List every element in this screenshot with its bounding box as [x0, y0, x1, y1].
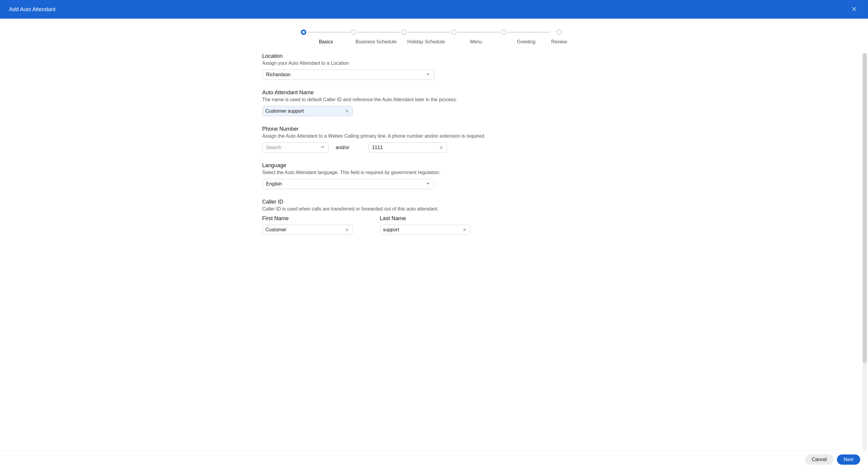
scrollbar-thumb[interactable]	[863, 53, 867, 363]
step-label: Review	[551, 39, 567, 44]
step-label: Holiday Schedule	[407, 39, 445, 44]
first-name-input-wrap[interactable]	[262, 225, 353, 235]
location-value: Richardson	[266, 72, 291, 77]
step-connector	[408, 32, 450, 33]
clear-name-button[interactable]	[345, 109, 349, 113]
name-desc: The name is used to default Caller ID an…	[262, 97, 606, 102]
andor-label: and/or	[336, 145, 349, 150]
language-select[interactable]: English	[262, 179, 434, 189]
callerid-name-row: First Name Last Name	[262, 215, 606, 235]
clear-first-name-button[interactable]	[345, 227, 349, 232]
callerid-title: Caller ID	[262, 199, 606, 205]
next-button[interactable]: Next	[837, 455, 860, 465]
first-name-col: First Name	[262, 215, 353, 235]
step-menu[interactable]: Menu	[451, 30, 501, 44]
step-holiday-schedule[interactable]: Holiday Schedule	[401, 30, 451, 44]
modal-header: Add Auto Attendant	[0, 0, 868, 19]
step-label: Basics	[319, 39, 333, 44]
step-label: Greeting	[517, 39, 535, 44]
close-icon	[345, 109, 349, 113]
modal-container: Add Auto Attendant Basics Business Sched…	[0, 0, 868, 468]
clear-extension-button[interactable]	[439, 145, 444, 150]
name-title: Auto Attendant Name	[262, 90, 606, 96]
step-review[interactable]: Review	[551, 30, 567, 44]
step-label: Menu	[470, 39, 482, 44]
step-circle-icon	[451, 30, 457, 35]
step-greeting[interactable]: Greeting	[501, 30, 551, 44]
step-connector	[458, 32, 500, 33]
name-input-wrap[interactable]	[262, 106, 353, 116]
step-business-schedule[interactable]: Business Schedule	[351, 30, 401, 44]
phone-section: Phone Number Assign the Auto Attendant t…	[262, 126, 606, 153]
extension-input-wrap[interactable]	[369, 142, 447, 153]
first-name-label: First Name	[262, 215, 353, 222]
callerid-desc: Caller ID is used when calls are transfe…	[262, 206, 606, 212]
location-desc: Assign your Auto Attendant to a Location	[262, 61, 606, 66]
stepper: Basics Business Schedule Holiday Schedul…	[0, 19, 868, 53]
location-title: Location	[262, 53, 606, 59]
name-section: Auto Attendant Name The name is used to …	[262, 90, 606, 116]
close-icon	[345, 228, 349, 232]
phone-title: Phone Number	[262, 126, 606, 132]
extension-input[interactable]	[372, 145, 439, 150]
location-section: Location Assign your Auto Attendant to a…	[262, 53, 606, 80]
clear-last-name-button[interactable]	[462, 227, 467, 232]
chevron-down-icon	[426, 181, 430, 187]
last-name-input[interactable]	[383, 227, 462, 233]
language-title: Language	[262, 162, 606, 169]
step-connector	[358, 32, 400, 33]
step-basics[interactable]: Basics	[301, 30, 351, 44]
language-section: Language Select the Auto Attendant langu…	[262, 162, 606, 189]
step-circle-icon	[401, 30, 406, 35]
last-name-input-wrap[interactable]	[380, 225, 470, 235]
step-connector	[308, 32, 350, 33]
last-name-label: Last Name	[380, 215, 470, 222]
step-circle-icon	[501, 30, 506, 35]
callerid-section: Caller ID Caller ID is used when calls a…	[262, 199, 606, 235]
language-value: English	[266, 181, 282, 187]
step-connector	[508, 32, 550, 33]
modal-title: Add Auto Attendant	[9, 6, 56, 13]
language-desc: Select the Auto Attendant language. This…	[262, 170, 606, 175]
step-circle-icon	[301, 30, 306, 35]
name-input[interactable]	[266, 108, 345, 114]
cancel-button[interactable]: Cancel	[805, 455, 833, 465]
phone-search-placeholder: Search	[266, 145, 282, 150]
chevron-down-icon	[426, 72, 430, 77]
step-circle-icon	[351, 30, 356, 35]
form-inner: Location Assign your Auto Attendant to a…	[256, 53, 612, 235]
close-icon	[463, 228, 466, 232]
location-select[interactable]: Richardson	[262, 70, 434, 80]
step-label: Business Schedule	[355, 39, 397, 44]
step-circle-icon	[557, 30, 562, 35]
modal-content: Basics Business Schedule Holiday Schedul…	[0, 19, 868, 450]
chevron-down-icon	[320, 145, 325, 150]
phone-search-select[interactable]: Search	[262, 142, 329, 153]
last-name-col: Last Name	[380, 215, 470, 235]
modal-footer: Cancel Next	[0, 450, 868, 468]
phone-desc: Assign the Auto Attendant to a Webex Cal…	[262, 133, 606, 139]
first-name-input[interactable]	[266, 227, 345, 233]
phone-row: Search and/or	[262, 142, 606, 153]
close-icon	[852, 7, 857, 11]
form-scroll-area: Location Assign your Auto Attendant to a…	[0, 53, 868, 450]
close-button[interactable]	[849, 4, 859, 15]
close-icon	[440, 146, 443, 149]
